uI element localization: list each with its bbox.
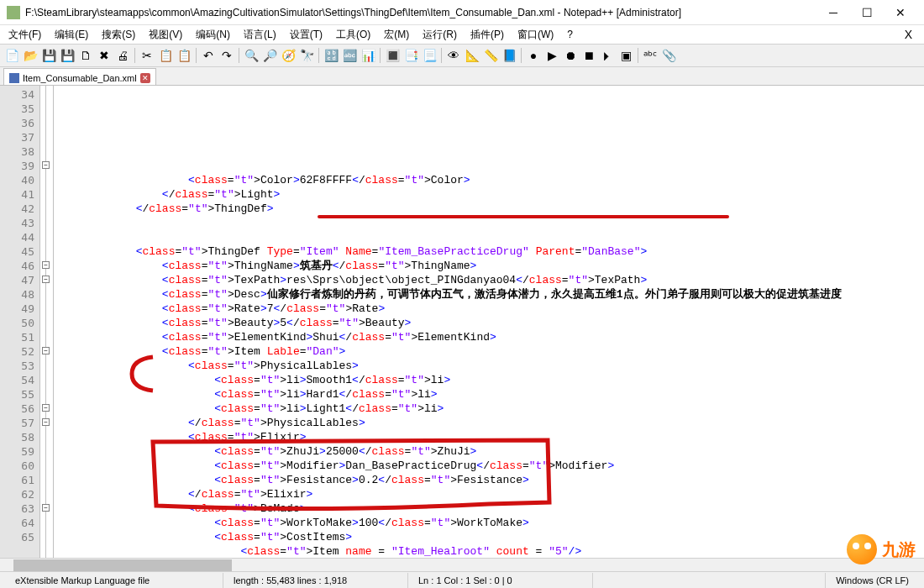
- toolbar-button[interactable]: 📃: [421, 47, 438, 64]
- toolbar-button[interactable]: 🖨: [114, 47, 131, 64]
- code-line[interactable]: <class="t">Desc>仙家修行者炼制的丹药，可调节体内五气，激活身体潜…: [57, 287, 924, 302]
- fold-toggle[interactable]: −: [42, 504, 50, 512]
- menu-plugins[interactable]: 插件(P): [465, 26, 509, 44]
- toolbar-button[interactable]: 📏: [482, 47, 499, 64]
- code-line[interactable]: <class="t">ThingDef Type="Item" Name="It…: [57, 244, 924, 259]
- menu-search[interactable]: 搜索(S): [97, 26, 140, 44]
- code-line[interactable]: <class="t">CostItems>: [57, 530, 924, 544]
- menu-view[interactable]: 视图(V): [144, 26, 187, 44]
- code-line[interactable]: <class="t">BeMade>: [57, 501, 924, 516]
- code-line[interactable]: <class="t">li>Smooth1</class="t">li>: [57, 373, 924, 387]
- code-line[interactable]: <class="t">ZhuJi>25000</class="t">ZhuJi>: [57, 444, 924, 459]
- scrollbar-horizontal[interactable]: [0, 558, 924, 571]
- mdi-close-icon[interactable]: X: [905, 28, 921, 41]
- toolbar-button[interactable]: ▶: [543, 47, 560, 64]
- toolbar-button[interactable]: ⏹: [580, 47, 597, 64]
- app-icon: [7, 6, 20, 19]
- toolbar-button[interactable]: 🔍: [243, 47, 260, 64]
- toolbar-button[interactable]: 💾: [59, 47, 76, 64]
- code-area[interactable]: <class="t">Color>62F8FFFF</class="t">Col…: [54, 86, 924, 571]
- menu-window[interactable]: 窗口(W): [512, 26, 559, 44]
- tabbar: Item_Consumable_Dan.xml ✕: [0, 67, 924, 86]
- fold-toggle[interactable]: −: [42, 418, 50, 426]
- status-eol: Windows (CR LF): [826, 573, 919, 588]
- code-line[interactable]: <class="t">Item name = "Item_Healroot" c…: [57, 544, 924, 559]
- toolbar-button[interactable]: 📊: [360, 47, 376, 64]
- code-line[interactable]: <class="t">ThingName>筑基丹</class="t">Thin…: [57, 259, 924, 273]
- toolbar-button[interactable]: ⏵: [599, 47, 616, 64]
- toolbar-button[interactable]: ᵃᵇᶜ: [642, 47, 659, 64]
- logo-icon: [847, 534, 877, 564]
- menu-tools[interactable]: 工具(O): [331, 26, 375, 44]
- code-line[interactable]: </class="t">PhysicalLables>: [57, 416, 924, 430]
- toolbar-button[interactable]: 🔡: [323, 47, 339, 64]
- toolbar-button[interactable]: 📋: [157, 47, 174, 64]
- tab-file[interactable]: Item_Consumable_Dan.xml ✕: [3, 68, 156, 85]
- titlebar: F:\SteamLibrary\steamapps\common\Amazing…: [0, 0, 924, 25]
- toolbar-button[interactable]: 🗋: [77, 47, 94, 64]
- toolbar-button[interactable]: 🔎: [261, 47, 278, 64]
- code-line[interactable]: </class="t">Elixir>: [57, 487, 924, 501]
- toolbar-button[interactable]: ↷: [218, 47, 235, 64]
- toolbar-button[interactable]: ▣: [617, 47, 634, 64]
- watermark-logo: 九游: [847, 534, 916, 564]
- code-line[interactable]: <class="t">Modifier>Dan_BasePracticeDrug…: [57, 459, 924, 473]
- code-line[interactable]: </class="t">Light>: [57, 187, 924, 202]
- code-line[interactable]: [57, 216, 924, 230]
- toolbar-button[interactable]: ✂: [139, 47, 155, 64]
- toolbar-button[interactable]: 📂: [22, 47, 39, 64]
- code-line[interactable]: <class="t">li>Hard1</class="t">li>: [57, 387, 924, 402]
- toolbar-button[interactable]: 🔭: [298, 47, 315, 64]
- menubar: 文件(F) 编辑(E) 搜索(S) 视图(V) 编码(N) 语言(L) 设置(T…: [0, 25, 924, 44]
- line-gutter: 3435363738394041424344454647484950515253…: [0, 86, 40, 571]
- toolbar-button[interactable]: ⏺: [562, 47, 579, 64]
- menu-language[interactable]: 语言(L): [239, 26, 281, 44]
- fold-toggle[interactable]: −: [42, 404, 50, 412]
- menu-edit[interactable]: 编辑(E): [50, 26, 93, 44]
- code-line[interactable]: <class="t">ElementKind>Shui</class="t">E…: [57, 330, 924, 344]
- code-line[interactable]: </class="t">ThingDef>: [57, 202, 924, 216]
- code-line[interactable]: <class="t">Elixir>: [57, 430, 924, 444]
- menu-encoding[interactable]: 编码(N): [191, 26, 235, 44]
- menu-run[interactable]: 运行(R): [417, 26, 462, 44]
- code-line[interactable]: <class="t">Color>62F8FFFF</class="t">Col…: [57, 173, 924, 187]
- toolbar-button[interactable]: 📘: [501, 47, 517, 64]
- toolbar-button[interactable]: ●: [525, 47, 542, 64]
- scrollbar-thumb[interactable]: [13, 559, 232, 571]
- toolbar-button[interactable]: 🔤: [341, 47, 358, 64]
- fold-toggle[interactable]: −: [42, 161, 50, 169]
- code-line[interactable]: <class="t">TexPath>res\Sprs\object\objec…: [57, 273, 924, 287]
- maximize-button[interactable]: ☐: [850, 3, 884, 22]
- status-filetype: eXtensible Markup Language file: [5, 573, 223, 588]
- close-button[interactable]: ✕: [884, 3, 917, 22]
- code-line[interactable]: [57, 230, 924, 244]
- menu-file[interactable]: 文件(F): [3, 26, 46, 44]
- tab-close-icon[interactable]: ✕: [140, 73, 150, 83]
- toolbar-button[interactable]: 📎: [660, 47, 677, 64]
- code-line[interactable]: <class="t">li>Light1</class="t">li>: [57, 402, 924, 416]
- toolbar-button[interactable]: ↶: [200, 47, 217, 64]
- minimize-button[interactable]: ─: [816, 3, 850, 22]
- code-line[interactable]: <class="t">Beauty>5</class="t">Beauty>: [57, 316, 924, 330]
- toolbar-button[interactable]: 👁: [445, 47, 462, 64]
- code-line[interactable]: <class="t">Rate>7</class="t">Rate>: [57, 302, 924, 316]
- menu-macro[interactable]: 宏(M): [379, 26, 414, 44]
- toolbar-button[interactable]: 🧭: [280, 47, 297, 64]
- fold-toggle[interactable]: −: [42, 276, 50, 283]
- status-length: length : 55,483 lines : 1,918: [223, 573, 408, 588]
- fold-toggle[interactable]: −: [42, 347, 50, 354]
- menu-settings[interactable]: 设置(T): [285, 26, 328, 44]
- toolbar-button[interactable]: ✖: [96, 47, 113, 64]
- toolbar-button[interactable]: 💾: [40, 47, 57, 64]
- code-line[interactable]: <class="t">PhysicalLables>: [57, 359, 924, 373]
- toolbar-button[interactable]: 📑: [402, 47, 419, 64]
- toolbar-button[interactable]: 🔳: [384, 47, 401, 64]
- toolbar-button[interactable]: 📐: [464, 47, 480, 64]
- fold-toggle[interactable]: −: [42, 261, 50, 269]
- code-line[interactable]: <class="t">Item Lable="Dan">: [57, 344, 924, 359]
- toolbar-button[interactable]: 📋: [176, 47, 192, 64]
- menu-help[interactable]: ?: [562, 27, 578, 42]
- code-line[interactable]: <class="t">WorkToMake>100</class="t">Wor…: [57, 516, 924, 530]
- code-line[interactable]: <class="t">Fesistance>0.2</class="t">Fes…: [57, 473, 924, 487]
- toolbar-button[interactable]: 📄: [3, 47, 20, 64]
